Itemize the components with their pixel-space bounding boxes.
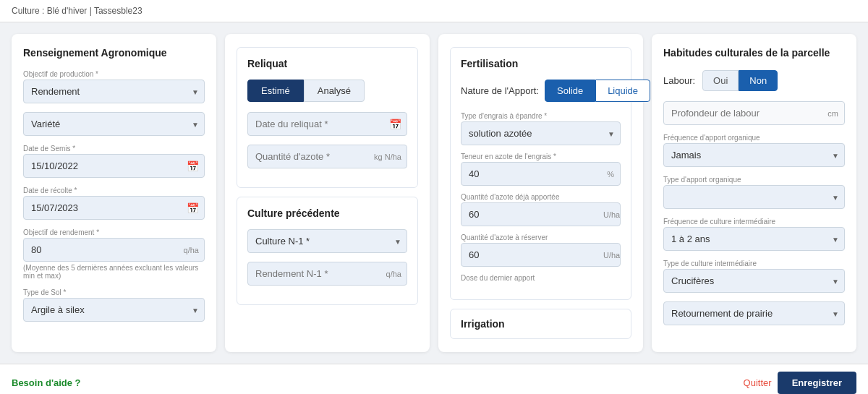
quantite-azote-input[interactable] [247, 145, 407, 168]
frequence-organique-group: Fréquence d'apport organique Jamais ▼ [663, 134, 845, 167]
panel-habitudes: Habitudes culturales de la parcelle Labo… [652, 34, 856, 352]
irrigation-title: Irrigation [461, 318, 621, 330]
reliquat-title: Reliquat [247, 58, 407, 69]
nature-btn-group: Solide Liquide [545, 80, 650, 102]
objectif-rendement-wrap: q/ha [23, 238, 205, 262]
calendar-icon[interactable]: 📅 [187, 160, 199, 172]
rendement-n1-group: q/ha [247, 262, 407, 286]
retournement-select[interactable]: Retournement de prairie [663, 301, 845, 325]
objectif-rendement-group: Objectif de rendement * q/ha (Moyenne de… [23, 228, 205, 280]
type-engrais-select[interactable]: solution azotée [461, 121, 621, 145]
helper-text: (Moyenne des 5 dernières années excluant… [23, 264, 205, 280]
frequence-culture-label: Fréquence de culture intermédiaire [663, 218, 845, 226]
quantite-reserver-suffix: U/ha [597, 251, 621, 260]
type-culture-group: Type de culture intermédiaire Crucifères… [663, 260, 845, 293]
dose-field: Dose du dernier apport [461, 274, 621, 282]
quantite-apportee-label: Quantité d'azote déjà apportée [461, 193, 621, 201]
profondeur-wrap: cm [663, 101, 845, 125]
type-culture-select[interactable]: Crucifères [663, 269, 845, 293]
date-semis-input[interactable] [23, 154, 205, 178]
teneur-suffix: % [601, 170, 620, 179]
nature-solide-btn[interactable]: Solide [545, 80, 595, 102]
type-sol-select-wrap: Argile à silex ▼ [23, 298, 205, 322]
date-recolte-group: Date de récolte * 📅 [23, 187, 205, 220]
nature-label: Nature de l'Apport: [461, 85, 539, 96]
habitudes-title: Habitudes culturales de la parcelle [663, 47, 845, 59]
nature-row: Nature de l'Apport: Solide Liquide [461, 80, 621, 102]
date-recolte-wrap: 📅 [23, 196, 205, 220]
quantite-azote-wrap: kg N/ha [247, 145, 407, 168]
profondeur-cm-label: cm [822, 109, 844, 118]
date-reliquat-input[interactable] [247, 112, 407, 136]
labour-row: Labour: Oui Non [663, 70, 845, 91]
panel-fertilisation: Fertilisation Nature de l'Apport: Solide… [438, 34, 643, 352]
teneur-input[interactable] [461, 163, 601, 185]
profondeur-input[interactable] [664, 102, 822, 124]
tab-estime[interactable]: Estimé [247, 80, 304, 102]
teneur-input-wrap: % [461, 162, 621, 186]
frequence-organique-select[interactable]: Jamais [663, 143, 845, 167]
culture-precedente-title: Culture précédente [247, 207, 407, 219]
frequence-culture-group: Fréquence de culture intermédiaire 1 à 2… [663, 218, 845, 251]
panel-reliquat: Reliquat Estimé Analysé 📅 kg N/ha Cultur… [225, 34, 430, 352]
profondeur-group: cm [663, 101, 845, 125]
teneur-field: Teneur en azote de l'engrais * % [461, 153, 621, 186]
type-sol-select[interactable]: Argile à silex [23, 298, 205, 322]
culture-n1-select[interactable]: Culture N-1 * [247, 229, 407, 253]
quantite-apportee-field: Quantité d'azote déjà apportée U/ha [461, 193, 621, 226]
labour-oui-btn[interactable]: Oui [702, 70, 739, 91]
date-reliquat-group: 📅 [247, 112, 407, 136]
objectif-group: Objectif de production * Rendement ▼ [23, 70, 205, 103]
tab-analyse[interactable]: Analysé [304, 80, 365, 102]
agronomique-title: Renseignement Agronomique [23, 47, 205, 59]
variete-group: Variété ▼ [23, 112, 205, 136]
save-button[interactable]: Enregistrer [778, 372, 856, 394]
type-culture-label: Type de culture intermédiaire [663, 260, 845, 267]
type-apport-select-wrap: ▼ [663, 185, 845, 209]
quantite-reserver-input[interactable] [461, 244, 597, 266]
bottom-right: Quitter Enregistrer [744, 372, 856, 394]
nature-liquide-btn[interactable]: Liquide [595, 80, 650, 102]
objectif-label: Objectif de production * [23, 70, 205, 78]
quantite-apportee-input[interactable] [461, 203, 597, 226]
type-apport-label: Type d'apport organique [663, 176, 845, 184]
objectif-select-wrap: Rendement ▼ [23, 80, 205, 103]
date-reliquat-wrap: 📅 [247, 112, 407, 136]
culture-precedente-subpanel: Culture précédente Culture N-1 * ▼ q/ha [237, 197, 418, 305]
variete-select-wrap: Variété ▼ [23, 112, 205, 136]
reliquat-subpanel: Reliquat Estimé Analysé 📅 kg N/ha [237, 47, 418, 188]
bottom-bar: Besoin d'aide ? Quitter Enregistrer [0, 364, 868, 394]
help-link[interactable]: Besoin d'aide ? [12, 377, 81, 388]
quantite-apportee-wrap: U/ha [461, 202, 621, 226]
frequence-organique-select-wrap: Jamais ▼ [663, 143, 845, 167]
quit-button[interactable]: Quitter [744, 377, 772, 388]
quantite-apportee-suffix: U/ha [597, 210, 621, 219]
labour-label: Labour: [663, 75, 695, 86]
culture-n1-group: Culture N-1 * ▼ [247, 229, 407, 253]
reliquat-tab-group: Estimé Analysé [247, 80, 407, 102]
frequence-culture-select[interactable]: 1 à 2 ans [663, 227, 845, 251]
culture-n1-select-wrap: Culture N-1 * ▼ [247, 229, 407, 253]
type-sol-group: Type de Sol * Argile à silex ▼ [23, 288, 205, 322]
calendar-icon-2[interactable]: 📅 [187, 202, 199, 214]
teneur-label: Teneur en azote de l'engrais * [461, 153, 621, 160]
calendar-icon-3[interactable]: 📅 [389, 119, 401, 130]
variete-select[interactable]: Variété [23, 112, 205, 136]
fertilisation-subpanel: Fertilisation Nature de l'Apport: Solide… [450, 47, 631, 300]
quantite-azote-group: kg N/ha [247, 145, 407, 168]
type-apport-select[interactable] [663, 185, 845, 209]
date-recolte-input[interactable] [23, 196, 205, 220]
dose-label: Dose du dernier apport [461, 274, 621, 282]
type-culture-select-wrap: Crucifères ▼ [663, 269, 845, 293]
labour-non-btn[interactable]: Non [739, 70, 778, 91]
date-recolte-label: Date de récolte * [23, 187, 205, 194]
date-semis-group: Date de Semis * 📅 [23, 145, 205, 178]
type-apport-group: Type d'apport organique ▼ [663, 176, 845, 209]
rendement-n1-input[interactable] [247, 262, 407, 286]
quantite-reserver-wrap: U/ha [461, 243, 621, 267]
retournement-select-wrap: Retournement de prairie ▼ [663, 301, 845, 325]
rendement-n1-wrap: q/ha [247, 262, 407, 286]
objectif-rendement-input[interactable] [23, 238, 205, 262]
retournement-group: Retournement de prairie ▼ [663, 301, 845, 325]
objectif-select[interactable]: Rendement [23, 80, 205, 103]
